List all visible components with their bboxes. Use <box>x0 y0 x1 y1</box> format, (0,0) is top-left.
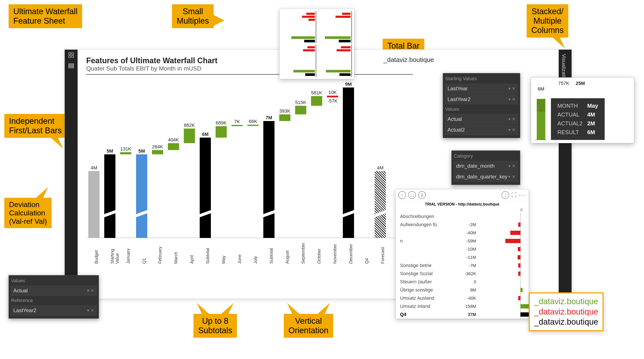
waterfall-chart-visual[interactable]: Features of Ultimate Waterfall Chart Qua… <box>86 56 413 268</box>
mini-chart-3 <box>282 44 316 77</box>
x-axis-tick: July <box>253 238 258 264</box>
fw-item-bottom-actual[interactable]: Actual▾ ✕ <box>11 286 96 296</box>
waterfall-bar-label: 882K <box>181 122 198 128</box>
waterfall-bar-label: 264K <box>149 144 166 150</box>
view-switcher-bar <box>65 50 78 298</box>
waterfall-plot-area: 4M5M131K5M264K404K882K6M689K7K66K7M393K5… <box>86 79 413 238</box>
drill-row-value: 158M <box>456 304 478 309</box>
drill-row-value: 8M <box>456 288 478 292</box>
x-axis-tick: January <box>126 238 131 264</box>
fw-header-values: Values <box>445 105 518 113</box>
mini-chart-2 <box>318 11 352 43</box>
fw-item-lastyear-label: LastYear <box>448 86 468 92</box>
x-axis-tick: September <box>301 238 306 264</box>
tooltip-row: MONTHMay <box>555 102 600 110</box>
fw-item-dim-month[interactable]: dim_date_month▾ ✕ <box>454 161 518 171</box>
drill-row-bar <box>478 212 528 220</box>
chevron-down-icon[interactable]: ▾ ✕ <box>87 308 94 313</box>
data-view-icon[interactable] <box>68 62 74 69</box>
tooltip-value: May <box>585 102 600 110</box>
waterfall-bar <box>327 96 338 97</box>
drill-row: -40M <box>396 229 528 237</box>
waterfall-bar-label: 4M <box>372 165 389 171</box>
waterfall-bar-label: 9M <box>340 82 357 87</box>
chevron-down-icon[interactable]: ▾ ✕ <box>508 116 516 122</box>
brand-badge: _dataviz.boutique _dataviz.boutique _dat… <box>529 292 604 331</box>
fw-item-actual2-label: Actual2 <box>448 127 465 133</box>
drill-down-icon[interactable]: ↓↓ <box>408 191 416 199</box>
drill-row-bar <box>478 310 528 318</box>
waterfall-bar-label: 131K <box>117 146 134 152</box>
focus-mode-icon[interactable]: ⛶ <box>511 192 516 198</box>
waterfall-bar-label: 404K <box>165 137 182 143</box>
chevron-down-icon[interactable]: ▾ ✕ <box>508 174 516 179</box>
x-axis-tick: Subtotal <box>269 238 274 264</box>
waterfall-bar <box>295 106 306 114</box>
drill-row-name: Umsatz Inland <box>400 304 456 309</box>
mini-chart-4 <box>318 44 352 77</box>
drill-row-value: -59M <box>456 238 478 244</box>
drill-row-name: Sonstige betrie <box>400 263 456 268</box>
chevron-down-icon[interactable]: ▾ ✕ <box>508 86 516 91</box>
drill-row-bar <box>478 229 528 237</box>
drill-row: Umsatz Ausland-40K <box>396 294 528 302</box>
x-axis-tick: October <box>317 238 322 264</box>
chevron-down-icon[interactable]: ▾ ✕ <box>508 164 516 168</box>
drill-row-value: -10M <box>456 247 478 252</box>
svg-rect-4 <box>69 64 74 65</box>
brand-line-red: _dataviz.boutique <box>534 307 598 317</box>
fw-item-bottom-lastyear2[interactable]: LastYear2▾ ✕ <box>11 306 96 315</box>
fw-item-dim-quarter[interactable]: dim_date_quarter_key▾ ✕ <box>454 172 518 182</box>
title-underline <box>86 74 413 74</box>
fw-item-actual2[interactable]: Actual2▾ ✕ <box>445 125 518 135</box>
x-axis-tick: February <box>158 238 162 264</box>
svg-rect-5 <box>69 65 74 66</box>
waterfall-bar <box>120 152 131 154</box>
drill-row-bar <box>478 220 528 229</box>
fw-item-actual-label: Actual <box>448 116 462 122</box>
fw-header-bottom-values: Values <box>11 277 96 285</box>
drill-down-visual[interactable]: ↑ ↓↓ ⤓ ↓ ⛶ ··· TRIAL VERSION - http://da… <box>396 189 529 319</box>
fw-item-actual[interactable]: Actual▾ ✕ <box>445 114 518 124</box>
fw-header-category: Category <box>454 152 518 160</box>
drill-row: Umsatz Inland158M <box>396 302 528 310</box>
fieldwell-category: Category dim_date_month▾ ✕ dim_date_quar… <box>452 150 520 185</box>
fw-item-lastyear2[interactable]: LastYear2▾ ✕ <box>445 94 518 104</box>
drill-row: Sonstige betrie-7M <box>396 262 528 270</box>
chevron-down-icon[interactable]: ▾ ✕ <box>87 288 94 293</box>
drill-row-value: -11M <box>456 255 478 260</box>
drill-row: -10M <box>396 245 528 253</box>
drill-row-value: -7M <box>456 263 478 268</box>
waterfall-bar <box>168 143 179 150</box>
chevron-down-icon[interactable]: ▾ ✕ <box>508 127 516 132</box>
callout-independent-bars: IndependentFirst/Last Bars <box>4 114 66 138</box>
tooltip-value: 4M <box>585 110 600 119</box>
drill-row-bar <box>478 302 528 310</box>
expand-down-icon[interactable]: ⤓ <box>418 191 426 199</box>
drill-row-bar <box>478 294 528 302</box>
x-axis-tick: August <box>285 238 290 264</box>
report-view-icon[interactable] <box>68 52 74 58</box>
svg-rect-2 <box>69 56 71 58</box>
waterfall-bar <box>200 138 211 238</box>
waterfall-bar-label: 581K <box>308 90 325 96</box>
callout-independent-bars-text: IndependentFirst/Last Bars <box>9 116 62 135</box>
waterfall-bar <box>104 154 116 238</box>
drill-mode-icon[interactable]: ↓ <box>502 191 509 199</box>
brand-line-black: _dataviz.boutique <box>534 317 598 327</box>
chevron-down-icon[interactable]: ▾ ✕ <box>508 97 516 102</box>
fw-item-lastyear[interactable]: LastYear▾ ✕ <box>445 84 518 94</box>
waterfall-bar <box>216 126 227 138</box>
chart-subtitle: Quater Sub Totals EBIT by Month in mUSD <box>86 65 413 72</box>
waterfall-bar-label: 689K <box>212 120 230 126</box>
waterfall-x-axis: BudgetStarting ValueJanuaryQ1FebruaryMar… <box>86 238 413 268</box>
drill-row-bar <box>478 253 528 262</box>
x-axis-tick: Q1 <box>142 238 146 264</box>
drill-row: n-59M <box>396 237 528 245</box>
x-axis-tick: November <box>332 238 338 264</box>
drill-up-icon[interactable]: ↑ <box>398 191 406 199</box>
mini-stacked-bar <box>534 93 548 140</box>
more-options-icon[interactable]: ··· <box>519 192 526 198</box>
tooltip-key: RESULT <box>555 128 585 136</box>
drill-row-name: Aufwendungen fü <box>400 222 456 228</box>
